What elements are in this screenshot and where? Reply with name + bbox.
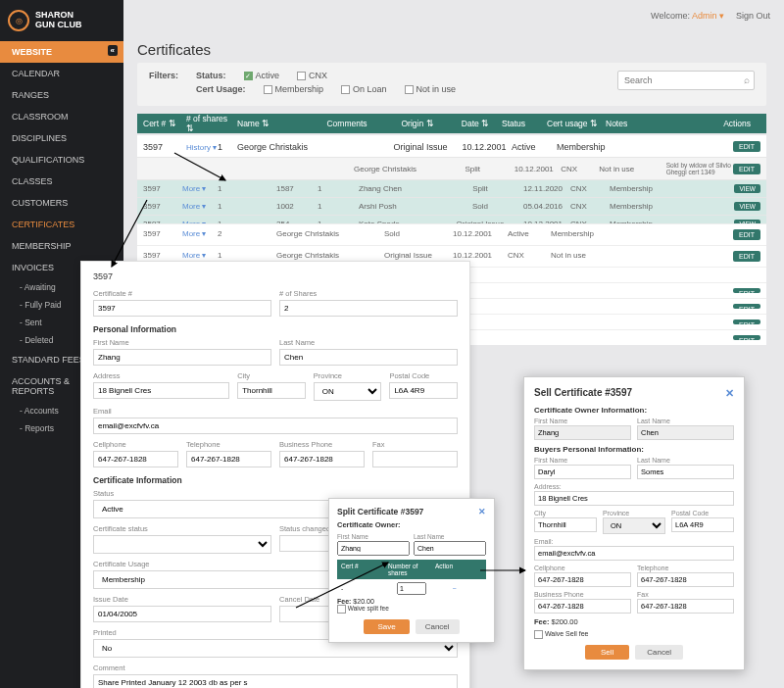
edit-button[interactable]: EDIT bbox=[733, 335, 760, 340]
owner-section: Certificate Owner Information: bbox=[534, 406, 734, 415]
checkbox-icon[interactable] bbox=[337, 605, 346, 614]
buyer-fax-input[interactable] bbox=[637, 599, 734, 614]
edit-button[interactable]: EDIT bbox=[733, 319, 760, 324]
nav-customers[interactable]: CUSTOMERS bbox=[0, 192, 123, 214]
more-link[interactable]: More ▾ bbox=[182, 229, 218, 240]
search-icon[interactable]: ⌕ bbox=[744, 74, 750, 85]
province-select[interactable]: ON bbox=[314, 382, 382, 401]
more-link[interactable]: More ▾ bbox=[182, 202, 218, 211]
history-link[interactable]: History ▾ bbox=[186, 143, 217, 152]
email-input[interactable] bbox=[93, 418, 458, 434]
comment-input[interactable] bbox=[93, 674, 458, 688]
buyer-address-input[interactable] bbox=[534, 491, 734, 506]
address-input[interactable] bbox=[93, 382, 229, 399]
view-button[interactable]: VIEW bbox=[734, 202, 760, 211]
cert-status-label: Certificate status bbox=[93, 524, 271, 533]
last-name-input[interactable] bbox=[279, 349, 458, 366]
issue-date-input[interactable] bbox=[93, 606, 271, 622]
cert-no-input[interactable] bbox=[93, 300, 271, 317]
split-cancel-button[interactable]: Cancel bbox=[416, 619, 460, 634]
sell-confirm-button[interactable]: Sell bbox=[585, 645, 629, 660]
filter-onloan[interactable]: On Loan bbox=[341, 84, 387, 94]
th-origin[interactable]: Origin ⇅ bbox=[386, 119, 449, 128]
shares-input[interactable] bbox=[279, 300, 458, 317]
nav-certificates[interactable]: CERTIFICATES bbox=[0, 214, 123, 235]
split-last-name[interactable] bbox=[414, 541, 486, 556]
business-phone-label: Business Phone bbox=[279, 440, 365, 449]
first-name-input[interactable] bbox=[93, 349, 271, 366]
edit-button[interactable]: EDIT bbox=[733, 288, 760, 293]
sell-cancel-button[interactable]: Cancel bbox=[635, 645, 683, 660]
filters-label: Filters: bbox=[149, 71, 178, 80]
buyer-postal-input[interactable] bbox=[671, 517, 734, 532]
logo: ◎ SHARONGUN CLUB bbox=[0, 0, 123, 41]
edit-button[interactable]: EDIT bbox=[733, 304, 760, 309]
filter-active[interactable]: ✓Active bbox=[244, 71, 280, 80]
view-button[interactable]: VIEW bbox=[734, 184, 760, 193]
th-cert: Cert # bbox=[341, 563, 388, 576]
nav-ranges[interactable]: RANGES bbox=[0, 84, 123, 106]
signout-link[interactable]: Sign Out bbox=[736, 11, 770, 21]
nav-membership[interactable]: MEMBERSHIP bbox=[0, 235, 123, 257]
checkbox-icon bbox=[297, 72, 306, 80]
nav-qualifications[interactable]: QUALIFICATIONS bbox=[0, 149, 123, 171]
th-shares[interactable]: # of shares ⇅ bbox=[186, 114, 237, 133]
filter-cnx[interactable]: CNX bbox=[297, 71, 327, 80]
buyer-email-input[interactable] bbox=[534, 546, 734, 561]
postal-input[interactable] bbox=[389, 382, 458, 399]
filter-notinuse[interactable]: Not in use bbox=[405, 84, 457, 94]
search-input[interactable] bbox=[617, 71, 755, 90]
edit-button[interactable]: EDIT bbox=[733, 164, 760, 174]
buyer-last-input[interactable] bbox=[637, 465, 734, 479]
city-input[interactable] bbox=[237, 382, 306, 399]
buyer-city-input[interactable] bbox=[534, 517, 597, 532]
business-phone-input[interactable] bbox=[279, 451, 365, 467]
buyer-tel-input[interactable] bbox=[637, 572, 734, 587]
shares-label: # of Shares bbox=[279, 289, 458, 298]
cellphone-input[interactable] bbox=[93, 451, 178, 467]
welcome-label: Welcome: Admin ▾ bbox=[651, 11, 724, 21]
buyer-cell-input[interactable] bbox=[534, 572, 631, 587]
telephone-input[interactable] bbox=[186, 451, 271, 467]
edit-button[interactable]: EDIT bbox=[733, 141, 760, 152]
fee-value: $200.00 bbox=[552, 617, 578, 626]
nav-website[interactable]: WEBSITE« bbox=[0, 41, 123, 63]
nav-calendar[interactable]: CALENDAR bbox=[0, 63, 123, 84]
th-comments: Comments bbox=[308, 119, 386, 128]
cert-status-select[interactable] bbox=[93, 535, 271, 554]
fax-label: Fax bbox=[637, 591, 734, 598]
collapse-icon[interactable]: « bbox=[108, 45, 118, 56]
close-icon[interactable]: ✕ bbox=[478, 507, 486, 516]
first-name-label: First Name bbox=[337, 533, 368, 540]
sell-modal: Sell Certificate #3597✕ Certificate Owne… bbox=[523, 376, 745, 670]
split-first-name[interactable] bbox=[337, 541, 410, 556]
buyer-business-input[interactable] bbox=[534, 599, 631, 614]
split-share-input[interactable] bbox=[397, 582, 426, 595]
th-usage[interactable]: Cert usage ⇅ bbox=[547, 119, 606, 128]
checkbox-icon[interactable] bbox=[534, 630, 543, 639]
edit-button[interactable]: EDIT bbox=[733, 229, 760, 240]
th-cert[interactable]: Cert # ⇅ bbox=[143, 119, 186, 128]
buyer-first-input[interactable] bbox=[534, 465, 631, 479]
user-menu[interactable]: Admin ▾ bbox=[692, 11, 724, 21]
email-label: Email bbox=[93, 407, 458, 416]
filter-membership[interactable]: Membership bbox=[264, 84, 324, 94]
nav-disciplines[interactable]: DISCIPLINES bbox=[0, 127, 123, 149]
checkbox-icon bbox=[405, 85, 414, 94]
nav-classroom[interactable]: CLASSROOM bbox=[0, 106, 123, 127]
buyer-first-label: First Name bbox=[534, 457, 631, 464]
close-icon[interactable]: ✕ bbox=[725, 387, 734, 400]
topbar: Welcome: Admin ▾ Sign Out bbox=[123, 0, 784, 31]
nav-classes[interactable]: CLASSES bbox=[0, 171, 123, 192]
th-name[interactable]: Name ⇅ bbox=[237, 119, 308, 128]
cell-shares: 1 bbox=[218, 142, 237, 152]
more-link[interactable]: More ▾ bbox=[182, 184, 218, 193]
table-row-main: 3597 History ▾ 1 George Christakis Origi… bbox=[137, 135, 766, 158]
buyer-province-select[interactable]: ON bbox=[603, 517, 665, 534]
edit-button[interactable]: EDIT bbox=[733, 251, 760, 262]
remove-icon[interactable]: − bbox=[426, 585, 482, 592]
split-save-button[interactable]: Save bbox=[364, 619, 409, 634]
th-date[interactable]: Date ⇅ bbox=[449, 119, 502, 128]
fax-input[interactable] bbox=[372, 451, 458, 467]
th-action: Action bbox=[435, 563, 482, 576]
